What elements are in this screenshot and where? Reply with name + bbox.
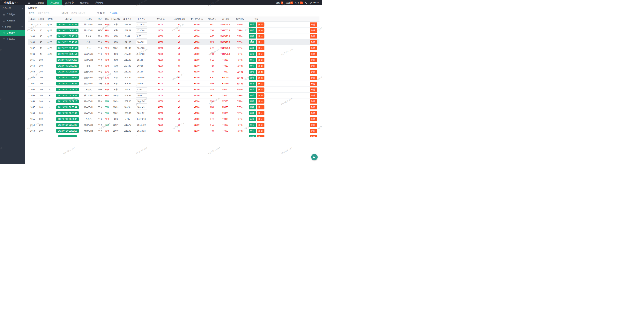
view-button[interactable]: 查看 [248, 99, 256, 104]
delete-button[interactable]: 删除 [310, 76, 317, 80]
delete-button[interactable]: 删除 [257, 117, 264, 121]
close-price-input[interactable] [136, 99, 147, 104]
delete-button[interactable]: 删除 [257, 46, 264, 50]
delete-button[interactable]: 删除 [257, 123, 264, 127]
view-button[interactable]: 查看 [248, 82, 256, 86]
close-price-input[interactable] [136, 135, 147, 137]
refresh-icon[interactable] [305, 2, 308, 4]
auto-refresh-link[interactable]: 自动刷新 [110, 12, 118, 15]
sidebar-item-product-list[interactable]: 产品列表 [0, 12, 25, 18]
close-price-input[interactable] [136, 82, 147, 86]
topnav-item-3[interactable]: 用户中心 [62, 0, 77, 6]
delete-button[interactable]: 删除 [310, 46, 317, 50]
delete-button[interactable]: 删除 [257, 28, 264, 33]
delete-button[interactable]: 删除 [310, 93, 317, 98]
view-button[interactable]: 查看 [248, 34, 256, 39]
delete-button[interactable]: 删除 [257, 93, 264, 98]
close-price-input[interactable] [136, 117, 147, 121]
withdraw-shortcut[interactable]: 提现0 [286, 1, 293, 4]
close-price-input[interactable] [136, 93, 147, 98]
view-button[interactable]: 查看 [248, 23, 256, 27]
view-button[interactable]: 查看 [248, 58, 256, 62]
view-button[interactable]: 查看 [248, 93, 256, 98]
close-price-input[interactable] [136, 123, 147, 127]
close-price-input[interactable] [136, 105, 147, 109]
delete-button[interactable]: 删除 [257, 52, 264, 56]
delete-button[interactable]: 删除 [257, 34, 264, 39]
delete-button[interactable]: 删除 [310, 117, 317, 121]
close-price-input[interactable] [136, 64, 147, 68]
recharge-shortcut[interactable]: 充值0 [276, 1, 283, 4]
view-button[interactable]: 查看 [248, 88, 256, 92]
close-price-input[interactable] [136, 70, 147, 74]
delete-button[interactable]: 删除 [310, 123, 317, 127]
delete-button[interactable]: 删除 [257, 111, 264, 115]
delete-button[interactable]: 删除 [310, 88, 317, 92]
delete-button[interactable]: 删除 [310, 64, 317, 68]
sidebar-group-1[interactable]: 产品管理 [0, 6, 25, 12]
delete-button[interactable]: 删除 [310, 34, 317, 39]
close-price-input[interactable] [136, 76, 147, 80]
sidebar-item-risk-control[interactable]: 风控管理 [0, 18, 25, 24]
menu-toggle-icon[interactable] [25, 2, 32, 4]
close-price-input[interactable] [136, 28, 147, 33]
delete-button[interactable]: 删除 [310, 129, 317, 133]
delete-button[interactable]: 删除 [257, 82, 264, 86]
close-price-input[interactable] [136, 34, 147, 39]
topnav-item-1[interactable]: 后台首页 [32, 0, 47, 6]
delete-button[interactable]: 删除 [257, 76, 264, 80]
delete-button[interactable]: 删除 [310, 28, 317, 33]
delete-button[interactable]: 删除 [310, 40, 317, 45]
delete-button[interactable]: 删除 [257, 99, 264, 104]
view-button[interactable]: 查看 [248, 123, 256, 127]
delete-button[interactable]: 删除 [257, 58, 264, 62]
view-button[interactable]: 查看 [248, 111, 256, 115]
close-price-input[interactable] [136, 46, 147, 50]
sidebar-group-2[interactable]: 订单管理 [0, 24, 25, 30]
view-button[interactable]: 查看 [248, 135, 256, 137]
delete-button[interactable]: 删除 [310, 105, 317, 109]
delete-button[interactable]: 删除 [257, 40, 264, 45]
view-button[interactable]: 查看 [248, 28, 256, 33]
close-price-input[interactable] [136, 88, 147, 92]
theme-toggle-button[interactable] [311, 154, 318, 160]
delete-button[interactable]: 删除 [310, 23, 317, 27]
close-price-input[interactable] [136, 129, 147, 133]
view-button[interactable]: 查看 [248, 129, 256, 133]
delete-button[interactable]: 删除 [257, 64, 264, 68]
view-button[interactable]: 查看 [248, 70, 256, 74]
delete-button[interactable]: 删除 [310, 52, 317, 56]
delete-button[interactable]: 删除 [257, 105, 264, 109]
username-filter-input[interactable] [36, 11, 58, 15]
topnav-item-5[interactable]: 系统管理 [92, 0, 107, 6]
order-date-filter-input[interactable] [70, 11, 92, 15]
view-button[interactable]: 查看 [248, 46, 256, 50]
delete-button[interactable]: 删除 [257, 23, 264, 27]
close-price-input[interactable] [136, 111, 147, 115]
user-menu[interactable]: admin [310, 2, 318, 4]
delete-button[interactable]: 删除 [310, 99, 317, 104]
delete-button[interactable]: 删除 [257, 135, 264, 137]
delete-button[interactable]: 删除 [310, 70, 317, 74]
close-price-input[interactable] [136, 58, 147, 62]
delete-button[interactable]: 删除 [257, 70, 264, 74]
topnav-item-2[interactable]: 产品管理 [47, 0, 62, 6]
delete-button[interactable]: 删除 [257, 129, 264, 133]
delete-button[interactable]: 删除 [310, 82, 317, 86]
sidebar-item-close-log[interactable]: 平仓日志 [0, 36, 25, 42]
sidebar-item-trade-flow[interactable]: 交易流水 [0, 30, 25, 36]
view-button[interactable]: 查看 [248, 40, 256, 45]
view-button[interactable]: 查看 [248, 105, 256, 109]
delete-button[interactable]: 删除 [310, 135, 317, 137]
view-button[interactable]: 查看 [248, 64, 256, 68]
view-button[interactable]: 查看 [248, 52, 256, 56]
delete-button[interactable]: 删除 [310, 111, 317, 115]
close-price-input[interactable] [136, 23, 147, 27]
close-price-input[interactable] [136, 40, 147, 45]
close-price-input[interactable] [136, 52, 147, 56]
delete-button[interactable]: 删除 [310, 58, 317, 62]
topnav-item-4[interactable]: 信息管理 [77, 0, 92, 6]
view-button[interactable]: 查看 [248, 117, 256, 121]
delete-button[interactable]: 删除 [257, 88, 264, 92]
view-button[interactable]: 查看 [248, 76, 256, 80]
